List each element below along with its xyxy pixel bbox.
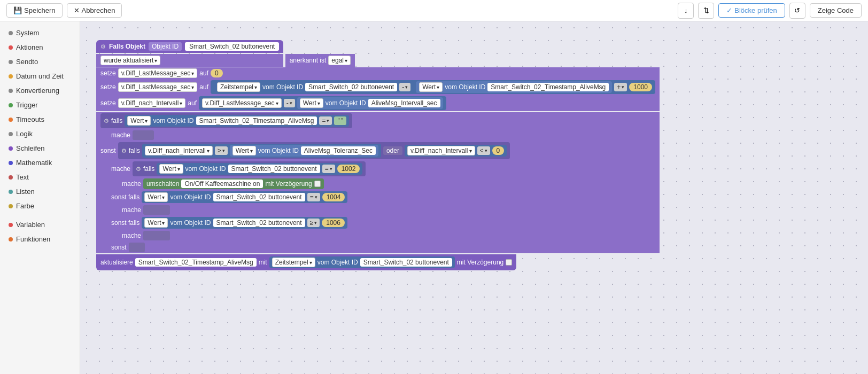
- import-icon-btn[interactable]: ↓: [678, 3, 694, 19]
- vdiff-last-msg-dropdown[interactable]: v.Diff_LastMessage_sec: [202, 98, 282, 108]
- gte-op[interactable]: ≥: [307, 219, 320, 227]
- sidebar-item-schleifen[interactable]: Schleifen: [0, 141, 80, 155]
- sidebar-label-schleifen: Schleifen: [16, 144, 44, 152]
- wert-dropdown-7[interactable]: Wert: [144, 218, 168, 228]
- sidebar-item-konvertierung[interactable]: Konvertierung: [0, 83, 80, 98]
- save-label: Speichern: [24, 6, 56, 14]
- aktionen-dot: [9, 45, 13, 50]
- sidebar-item-datum-zeit[interactable]: Datum und Zeit: [0, 69, 80, 83]
- eq-op-3[interactable]: =: [307, 193, 320, 201]
- sidebar-item-mathematik[interactable]: Mathematik: [0, 155, 80, 170]
- val-1004: 1004: [322, 193, 345, 201]
- save-button[interactable]: 💾 Speichern: [6, 3, 63, 18]
- wurde-aktualisiert-dropdown[interactable]: wurde aktualisiert: [100, 56, 160, 65]
- check-icon: ✓: [726, 6, 732, 14]
- canvas[interactable]: ⚙ Falls Objekt Objekt ID Smart_Switch_02…: [80, 21, 868, 374]
- sidebar-item-trigger[interactable]: Trigger: [0, 98, 80, 112]
- vom-objekt-id-7: vom Objekt ID: [170, 193, 211, 201]
- falls-objekt-header-row: ⚙ Falls Objekt Objekt ID Smart_Switch_02…: [96, 40, 660, 53]
- funk-dot: [9, 237, 13, 241]
- plus-op[interactable]: +: [614, 83, 627, 91]
- minus-op-1[interactable]: -: [399, 83, 410, 91]
- wert-dropdown-3[interactable]: Wert: [127, 116, 151, 126]
- toolbar: 💾 Speichern ✕ Abbrechen ↓ ⇅ ✓ Blöcke prü…: [0, 0, 868, 21]
- sidebar-item-variablen[interactable]: Variablen: [0, 217, 80, 232]
- val-1006: 1006: [322, 219, 345, 227]
- sidebar: System Aktionen Sendto Datum und Zeit Ko…: [0, 21, 80, 374]
- checkbox-1[interactable]: [314, 181, 321, 187]
- minus-op-2[interactable]: -: [284, 99, 295, 107]
- vom-objekt-id-2: vom Objekt ID: [445, 83, 485, 91]
- system-dot: [9, 31, 13, 35]
- objekt-id-label: Objekt ID: [149, 42, 182, 51]
- auf-label-2: auf: [199, 83, 208, 91]
- sidebar-item-farbe[interactable]: Farbe: [0, 199, 80, 213]
- vom-objekt-id-3: vom Objekt ID: [326, 99, 366, 107]
- check-blocks-button[interactable]: ✓ Blöcke prüfen: [718, 3, 785, 18]
- zeitstempel-dropdown-2[interactable]: Zeitstempel: [272, 258, 315, 267]
- sonst-falls-label-2: sonst falls: [111, 219, 140, 227]
- vdiff-nach-dropdown-2[interactable]: v.Diff_nach_Intervall: [145, 146, 213, 155]
- anerkannt-label: anerkannt ist: [290, 57, 327, 64]
- setze-label-2: setze: [100, 83, 116, 91]
- cancel-button[interactable]: ✕ Abbrechen: [67, 3, 122, 18]
- sidebar-item-aktionen[interactable]: Aktionen: [0, 40, 80, 54]
- wert-dropdown-1[interactable]: Wert: [419, 82, 443, 92]
- konv-dot: [9, 89, 13, 93]
- gt-op[interactable]: >: [215, 146, 228, 155]
- block-area: ⚙ Falls Objekt Objekt ID Smart_Switch_02…: [91, 32, 857, 374]
- sidebar-label-konv: Konvertierung: [16, 87, 59, 95]
- wert-dropdown-4[interactable]: Wert: [232, 146, 256, 155]
- sidebar-item-listen[interactable]: Listen: [0, 184, 80, 199]
- wert-dropdown-2[interactable]: Wert: [300, 98, 323, 108]
- setze-label-1: setze: [100, 69, 116, 77]
- mit-verzogerung-1: mit Verzögerung: [265, 180, 312, 188]
- show-code-button[interactable]: Zeige Code: [810, 3, 862, 18]
- vom-objekt-id-6: vom Objekt ID: [185, 165, 226, 173]
- on-off-value: On/Off Kaffeemaschine on: [181, 180, 263, 188]
- sidebar-item-text[interactable]: Text: [0, 170, 80, 184]
- cancel-label: Abbrechen: [82, 6, 115, 14]
- falls-kw-3: falls: [143, 165, 154, 173]
- export-icon-btn[interactable]: ⇅: [698, 3, 714, 19]
- vdiff-last-dropdown-1[interactable]: v.Diff_LastMessage_sec: [118, 68, 198, 78]
- math-dot: [9, 161, 13, 165]
- toolbar-right: ↓ ⇅ ✓ Blöcke prüfen ↺ Zeige Code: [678, 3, 862, 19]
- sidebar-item-timeouts[interactable]: Timeouts: [0, 112, 80, 127]
- sidebar-item-system[interactable]: System: [0, 26, 80, 40]
- val-0-block: 0: [211, 69, 223, 77]
- timeouts-dot: [9, 118, 13, 122]
- refresh-icon-btn[interactable]: ↺: [789, 3, 805, 19]
- egal-dropdown[interactable]: egal: [328, 56, 351, 65]
- main-area: System Aktionen Sendto Datum und Zeit Ko…: [0, 21, 868, 374]
- sonst-label-2: sonst: [111, 244, 127, 251]
- wert-dropdown-5[interactable]: Wert: [159, 164, 183, 174]
- sendto-dot: [9, 60, 13, 64]
- sidebar-item-funktionen[interactable]: Funktionen: [0, 232, 80, 246]
- ss02-timestamp-2: Smart_Switch_02_Timestamp_AliveMsg: [196, 116, 317, 125]
- eq-op-2[interactable]: =: [322, 165, 335, 173]
- wert-dropdown-6[interactable]: Wert: [144, 192, 168, 202]
- ss02-timestamp-1: Smart_Switch_02_Timestamp_AliveMsg: [487, 83, 609, 91]
- oder-label: oder: [383, 146, 402, 155]
- cancel-icon: ✕: [74, 6, 80, 14]
- auf-label-1: auf: [199, 69, 208, 77]
- vdiff-nach-dropdown[interactable]: v.Diff_nach_Intervall: [118, 98, 186, 108]
- setze-label-3: setze: [100, 99, 116, 107]
- lt-op[interactable]: <: [477, 146, 490, 155]
- zeitstempel-dropdown[interactable]: Zeitstempel: [217, 82, 260, 92]
- vdiff-nach-dropdown-3[interactable]: v.Diff_nach_Intervall: [407, 146, 475, 155]
- check-label: Blöcke prüfen: [734, 6, 777, 14]
- vom-objekt-id-5: vom Objekt ID: [258, 147, 299, 154]
- sidebar-item-logik[interactable]: Logik: [0, 127, 80, 141]
- mit-verzogerung-2: mit Verzögerung: [457, 259, 503, 266]
- gear-icon: ⚙: [100, 43, 106, 50]
- val-1000: 1000: [629, 83, 652, 91]
- checkbox-2[interactable]: [506, 259, 512, 266]
- sidebar-label-sendto: Sendto: [16, 58, 38, 66]
- trigger-dot: [9, 103, 13, 107]
- sidebar-item-sendto[interactable]: Sendto: [0, 54, 80, 69]
- vdiff-last-dropdown-2[interactable]: v.Diff_LastMessage_sec: [118, 82, 198, 92]
- ss02-buttonevent-4: Smart_Switch_02 buttonevent: [213, 193, 305, 201]
- eq-op-1[interactable]: =: [319, 116, 332, 125]
